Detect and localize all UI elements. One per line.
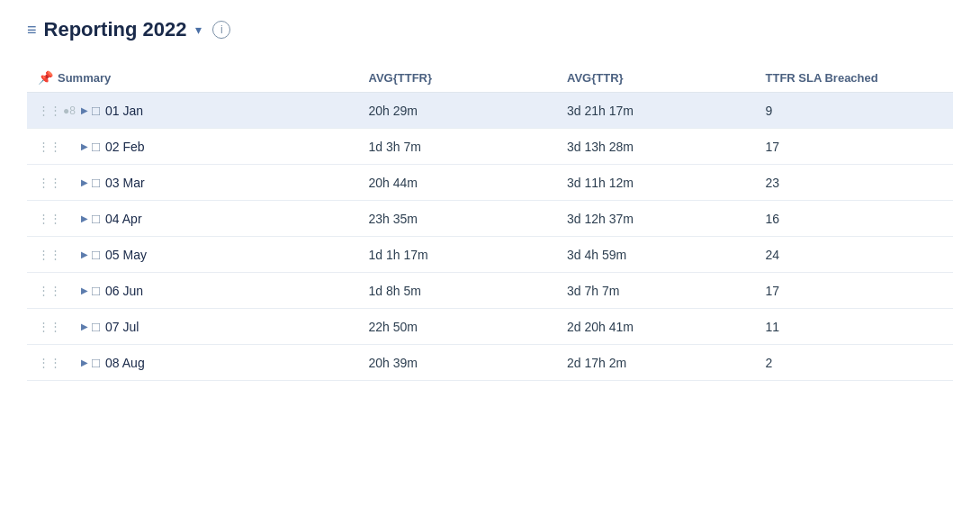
cell-summary: ⋮⋮ ▶ □ 07 Jul xyxy=(27,309,358,345)
folder-icon: □ xyxy=(92,319,100,334)
drag-handle-icon[interactable]: ⋮⋮ xyxy=(38,104,61,117)
expand-icon[interactable]: ▶ xyxy=(81,105,88,115)
row-name: 08 Aug xyxy=(105,356,145,370)
drag-handle-icon[interactable]: ⋮⋮ xyxy=(38,284,61,297)
drag-handle-icon[interactable]: ⋮⋮ xyxy=(38,356,61,369)
cell-summary: ⋮⋮ ▶ □ 03 Mar xyxy=(27,165,358,201)
cell-summary: ⋮⋮ ●8 ▶ □ 01 Jan xyxy=(27,93,358,129)
cell-sla: 9 xyxy=(755,93,954,129)
cell-sla: 17 xyxy=(755,129,954,165)
cell-sla: 17 xyxy=(755,273,954,309)
expand-icon[interactable]: ▶ xyxy=(81,141,88,151)
row-name: 07 Jul xyxy=(105,320,139,334)
expand-icon[interactable]: ▶ xyxy=(81,249,88,259)
folder-icon: □ xyxy=(92,139,100,154)
table-row: ⋮⋮ ▶ □ 07 Jul 22h 50m2d 20h 41m11 xyxy=(27,309,953,345)
table-row: ⋮⋮ ▶ □ 04 Apr 23h 35m3d 12h 37m16 xyxy=(27,201,953,237)
table-row: ⋮⋮ ▶ □ 06 Jun 1d 8h 5m3d 7h 7m17 xyxy=(27,273,953,309)
row-name: 06 Jun xyxy=(105,284,143,298)
cell-avg-ttr: 3d 12h 37m xyxy=(556,201,755,237)
cell-avg-ttr: 3d 11h 12m xyxy=(556,165,755,201)
row-name: 02 Feb xyxy=(105,140,145,154)
cell-summary: ⋮⋮ ▶ □ 08 Aug xyxy=(27,345,358,381)
cell-avg-ttfr: 1d 1h 17m xyxy=(358,237,557,273)
cell-summary: ⋮⋮ ▶ □ 02 Feb xyxy=(27,129,358,165)
cell-sla: 16 xyxy=(755,201,954,237)
cell-avg-ttfr: 22h 50m xyxy=(358,309,557,345)
cell-avg-ttfr: 1d 3h 7m xyxy=(358,129,557,165)
info-icon[interactable]: i xyxy=(212,21,230,39)
table-row: ⋮⋮ ●8 ▶ □ 01 Jan 20h 29m3d 21h 17m9 xyxy=(27,93,953,129)
col-header-sla: TTFR SLA Breached xyxy=(755,63,954,93)
row-name: 01 Jan xyxy=(105,104,143,118)
drag-handle-icon[interactable]: ⋮⋮ xyxy=(38,248,61,261)
table-row: ⋮⋮ ▶ □ 05 May 1d 1h 17m3d 4h 59m24 xyxy=(27,237,953,273)
cell-sla: 2 xyxy=(755,345,954,381)
data-table: 📌 Summary AVG{TTFR} AVG{TTR} TTFR SLA Br… xyxy=(27,63,953,381)
pin-icon: 📌 xyxy=(38,70,53,85)
cell-sla: 24 xyxy=(755,237,954,273)
cell-summary: ⋮⋮ ▶ □ 05 May xyxy=(27,237,358,273)
row-name: 05 May xyxy=(105,248,147,262)
col-header-avg-ttfr: AVG{TTFR} xyxy=(358,63,557,93)
expand-icon[interactable]: ▶ xyxy=(81,321,88,331)
expand-icon[interactable]: ▶ xyxy=(81,358,88,367)
folder-icon: □ xyxy=(92,283,100,298)
col-header-avg-ttr: AVG{TTR} xyxy=(556,63,755,93)
row-dot-icon: ●8 xyxy=(63,104,76,117)
drag-handle-icon[interactable]: ⋮⋮ xyxy=(38,140,61,153)
folder-icon: □ xyxy=(92,211,100,226)
table-row: ⋮⋮ ▶ □ 08 Aug 20h 39m2d 17h 2m2 xyxy=(27,345,953,381)
col-label-summary: Summary xyxy=(58,71,111,85)
cell-avg-ttfr: 20h 29m xyxy=(358,93,557,129)
cell-avg-ttfr: 20h 44m xyxy=(358,165,557,201)
cell-avg-ttr: 2d 17h 2m xyxy=(556,345,755,381)
drag-handle-icon[interactable]: ⋮⋮ xyxy=(38,176,61,189)
cell-avg-ttr: 3d 7h 7m xyxy=(556,273,755,309)
folder-icon: □ xyxy=(92,355,100,370)
cell-avg-ttr: 3d 21h 17m xyxy=(556,93,755,129)
expand-icon[interactable]: ▶ xyxy=(81,285,88,295)
table-row: ⋮⋮ ▶ □ 03 Mar 20h 44m3d 11h 12m23 xyxy=(27,165,953,201)
cell-avg-ttfr: 23h 35m xyxy=(358,201,557,237)
folder-icon: □ xyxy=(92,175,100,190)
cell-summary: ⋮⋮ ▶ □ 04 Apr xyxy=(27,201,358,237)
page-header: ≡ Reporting 2022 ▾ i xyxy=(27,18,953,41)
cell-sla: 11 xyxy=(755,309,954,345)
cell-sla: 23 xyxy=(755,165,954,201)
expand-icon[interactable]: ▶ xyxy=(81,177,88,187)
row-name: 04 Apr xyxy=(105,212,141,226)
table-row: ⋮⋮ ▶ □ 02 Feb 1d 3h 7m3d 13h 28m17 xyxy=(27,129,953,165)
menu-icon: ≡ xyxy=(27,21,37,40)
col-header-summary: 📌 Summary xyxy=(27,63,358,93)
cell-summary: ⋮⋮ ▶ □ 06 Jun xyxy=(27,273,358,309)
page-title: Reporting 2022 xyxy=(44,18,187,41)
row-name: 03 Mar xyxy=(105,176,145,190)
expand-icon[interactable]: ▶ xyxy=(81,213,88,223)
main-container: ≡ Reporting 2022 ▾ i 📌 Summary AVG{TTFR}… xyxy=(0,0,980,525)
cell-avg-ttfr: 1d 8h 5m xyxy=(358,273,557,309)
cell-avg-ttr: 2d 20h 41m xyxy=(556,309,755,345)
drag-handle-icon[interactable]: ⋮⋮ xyxy=(38,212,61,225)
drag-handle-icon[interactable]: ⋮⋮ xyxy=(38,320,61,333)
folder-icon: □ xyxy=(92,247,100,262)
chevron-down-icon[interactable]: ▾ xyxy=(195,23,202,37)
cell-avg-ttr: 3d 4h 59m xyxy=(556,237,755,273)
cell-avg-ttfr: 20h 39m xyxy=(358,345,557,381)
cell-avg-ttr: 3d 13h 28m xyxy=(556,129,755,165)
folder-icon: □ xyxy=(92,103,100,118)
table-header-row: 📌 Summary AVG{TTFR} AVG{TTR} TTFR SLA Br… xyxy=(27,63,953,93)
